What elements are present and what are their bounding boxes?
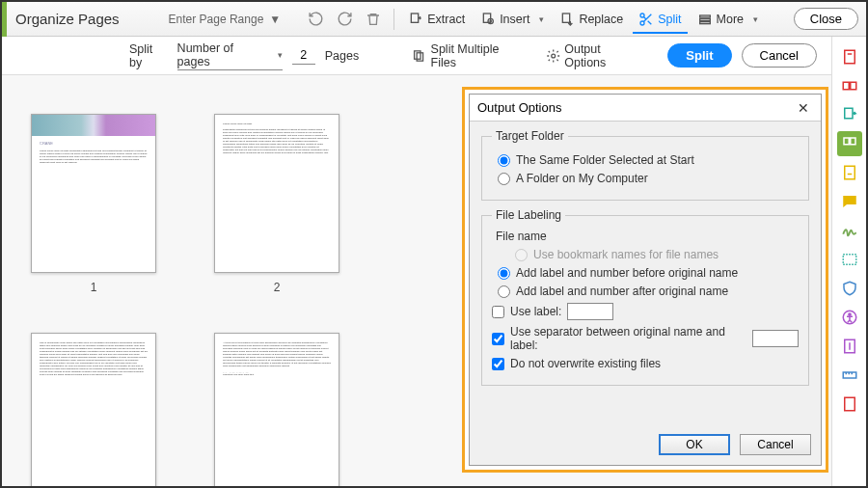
svg-rect-8 — [699, 21, 710, 23]
target-folder-group: Target Folder The Same Folder Selected a… — [481, 129, 809, 201]
rail-redact-icon[interactable] — [837, 247, 862, 272]
right-tools-rail — [831, 37, 866, 486]
rail-protect-icon[interactable] — [837, 276, 862, 301]
close-icon[interactable]: ✕ — [794, 100, 813, 116]
output-options-dialog: Output Options ✕ Target Folder The Same … — [469, 94, 822, 466]
scissors-icon — [638, 12, 654, 27]
split-action-button[interactable]: Split — [667, 43, 731, 68]
separator-checkbox[interactable] — [492, 333, 504, 345]
output-options-button[interactable]: Output Options — [540, 42, 649, 69]
use-label-checkbox[interactable] — [492, 306, 504, 318]
rail-compare-icon[interactable] — [837, 334, 862, 359]
svg-rect-19 — [843, 255, 856, 265]
svg-point-21 — [848, 313, 850, 315]
page-title: Organize Pages — [15, 11, 120, 27]
svg-rect-18 — [844, 166, 854, 179]
close-button[interactable]: Close — [794, 8, 858, 30]
rail-export-icon[interactable] — [837, 102, 862, 127]
thumb-number: 2 — [214, 281, 339, 294]
use-label-input[interactable] — [567, 303, 613, 320]
ok-button[interactable]: OK — [659, 434, 730, 455]
svg-rect-15 — [844, 108, 852, 119]
dialog-cancel-button[interactable]: Cancel — [740, 434, 811, 455]
header-toolbar: Organize Pages Enter Page Range ▼ Extrac… — [2, 2, 866, 37]
file-labeling-group: File Labeling File name Use bookmark nam… — [481, 208, 809, 386]
split-multiple-button[interactable]: Split Multiple Files — [406, 42, 530, 69]
extract-button[interactable]: Extract — [402, 6, 471, 33]
split-button[interactable]: Split — [633, 6, 687, 33]
rail-accessibility-icon[interactable] — [837, 305, 862, 330]
rail-comment-icon[interactable] — [837, 189, 862, 214]
page-count-input[interactable] — [292, 46, 315, 65]
svg-rect-3 — [563, 14, 570, 22]
insert-icon — [480, 12, 496, 27]
same-folder-radio[interactable] — [498, 154, 510, 167]
rail-organize-icon[interactable] — [837, 131, 862, 156]
chevron-down-icon: ▾ — [278, 50, 283, 60]
chevron-down-icon: ▼ — [269, 13, 281, 26]
target-folder-legend: Target Folder — [492, 129, 568, 143]
insert-button[interactable]: Insert▾ — [475, 6, 550, 33]
more-icon — [697, 12, 713, 27]
trash-icon[interactable] — [361, 7, 386, 32]
chevron-down-icon: ▾ — [539, 14, 544, 24]
dialog-titlebar: Output Options ✕ — [470, 95, 821, 122]
extract-icon — [408, 12, 423, 27]
bookmark-radio — [515, 249, 528, 261]
no-overwrite-checkbox[interactable] — [492, 358, 504, 370]
rotate-ccw-icon[interactable] — [303, 7, 328, 32]
page-thumb[interactable]: Lorem ipsum dolor sit ametconsectetur ad… — [214, 114, 339, 294]
svg-rect-17 — [850, 138, 854, 145]
separator-input[interactable] — [752, 330, 799, 347]
rail-sign-icon[interactable] — [837, 218, 862, 243]
replace-button[interactable]: Replace — [554, 6, 629, 33]
split-method-select[interactable]: Number of pages▾ — [177, 41, 283, 70]
svg-point-4 — [640, 14, 644, 17]
svg-point-5 — [640, 21, 644, 25]
page-thumb[interactable]: CRANELorem ipsum dolor sit amet consecte… — [31, 114, 156, 294]
file-labeling-legend: File Labeling — [492, 208, 565, 222]
split-subtoolbar: Split by Number of pages▾ Pages Split Mu… — [2, 37, 866, 75]
label-after-radio[interactable] — [498, 285, 510, 298]
output-options-highlight: Output Options ✕ Target Folder The Same … — [462, 87, 828, 473]
more-button[interactable]: More▾ — [692, 6, 764, 33]
svg-rect-13 — [843, 82, 849, 90]
pages-label: Pages — [325, 49, 359, 63]
svg-rect-24 — [844, 397, 854, 411]
files-icon — [412, 48, 426, 64]
cancel-action-button[interactable]: Cancel — [742, 43, 817, 68]
page-thumb[interactable]: Sed ut perspiciatis unde omnis iste natu… — [31, 333, 156, 486]
rail-more-icon[interactable] — [837, 392, 862, 417]
page-range-dropdown[interactable]: Enter Page Range ▼ — [162, 10, 288, 29]
svg-rect-7 — [699, 18, 710, 20]
file-name-label: File name — [496, 230, 799, 243]
rail-edit-icon[interactable] — [837, 160, 862, 185]
svg-rect-0 — [412, 14, 419, 22]
svg-rect-12 — [844, 50, 854, 64]
rail-combine-icon[interactable] — [837, 73, 862, 98]
svg-point-11 — [552, 54, 556, 58]
svg-rect-6 — [699, 15, 710, 17]
divider — [393, 9, 394, 30]
computer-folder-radio[interactable] — [498, 173, 510, 185]
rail-create-pdf-icon[interactable] — [837, 44, 862, 69]
rail-measure-icon[interactable] — [837, 363, 862, 388]
gear-icon — [546, 48, 560, 64]
rotate-cw-icon[interactable] — [332, 7, 357, 32]
label-before-radio[interactable] — [498, 267, 510, 280]
svg-rect-14 — [850, 82, 855, 90]
split-by-label: Split by — [129, 42, 168, 69]
chevron-down-icon: ▾ — [753, 14, 758, 24]
thumb-number: 1 — [31, 281, 156, 294]
dialog-title: Output Options — [477, 100, 561, 115]
replace-icon — [559, 12, 575, 27]
svg-rect-16 — [844, 138, 849, 145]
page-range-label: Enter Page Range — [169, 13, 264, 26]
page-thumb[interactable]: At vero eos et accusamus et iusto odio d… — [214, 333, 339, 486]
